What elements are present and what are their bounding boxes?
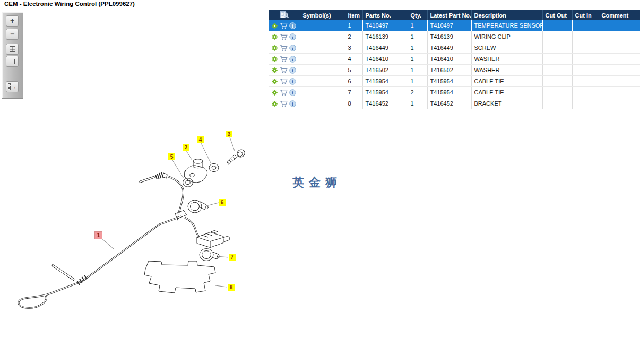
info-icon-button[interactable]: i [289, 45, 296, 51]
callout-7[interactable]: 7 [229, 254, 236, 261]
table-row-item-5[interactable]: i5T4165021T416502WASHER [269, 65, 640, 76]
bracket-part [144, 261, 215, 293]
callout-4[interactable]: 4 [197, 136, 204, 143]
cell-item: 8 [345, 98, 362, 109]
gear-icon [271, 33, 278, 40]
col-header-qty-: Qty. [408, 10, 427, 20]
info-icon: i [289, 78, 296, 85]
cell-cut-out [542, 76, 572, 87]
cell-cut-out [542, 54, 572, 65]
cell-latest-part-no: T416410 [427, 54, 471, 65]
cell-latest-part-no: T416449 [427, 42, 471, 54]
cell-cut-in [572, 31, 599, 42]
cell-latest-part-no: T415954 [427, 87, 471, 98]
cart-icon-button[interactable] [280, 100, 288, 107]
col-header-latest-part-no-: Latest Part No. [427, 10, 471, 20]
parts-table: Symbol(s)ItemParts No.Qty.Latest Part No… [269, 10, 640, 109]
cell-comment [599, 42, 640, 54]
cart-icon-button[interactable] [280, 56, 288, 63]
cell-item: 2 [345, 31, 362, 42]
cell-cut-in [572, 98, 599, 109]
cell-latest-part-no: T416139 [427, 31, 471, 42]
gear-icon-button[interactable] [271, 78, 278, 85]
table-row-item-6[interactable]: i6T4159541T415954CABLE TIE [269, 76, 640, 87]
info-icon-button[interactable]: i [289, 33, 296, 40]
cell-item: 5 [345, 65, 362, 76]
gear-icon-button[interactable] [271, 33, 278, 40]
info-icon: i [289, 56, 296, 63]
gear-icon [271, 22, 278, 29]
table-row-item-3[interactable]: i3T4164491T416449SCREW [269, 42, 640, 54]
cell-qty: 1 [408, 76, 427, 87]
cell-cut-out [542, 42, 572, 54]
cart-icon-button[interactable] [280, 89, 288, 96]
cell-latest-part-no: T416452 [427, 98, 471, 109]
row-actions: i [269, 54, 300, 65]
cell-symbols [300, 42, 345, 54]
cell-parts-no: T410497 [362, 20, 408, 31]
gear-icon [271, 78, 278, 85]
callout-3[interactable]: 3 [226, 131, 232, 137]
gear-icon [271, 45, 278, 51]
table-row-item-1[interactable]: i1T4104971T410497TEMPERATURE SENSOR [269, 20, 640, 31]
callout-5[interactable]: 5 [168, 153, 175, 160]
panel-divider [267, 8, 267, 364]
table-row-item-2[interactable]: i2T4161391T416139WIRING CLIP [269, 31, 640, 42]
cell-qty: 1 [408, 42, 427, 54]
cell-description: CABLE TIE [471, 76, 542, 87]
callout-8[interactable]: 8 [228, 284, 235, 291]
info-icon-button[interactable]: i [289, 56, 296, 63]
gear-icon-button[interactable] [271, 89, 278, 96]
col-header-symbol-s-: Symbol(s) [300, 10, 345, 20]
cart-icon [280, 45, 288, 51]
gear-icon-button[interactable] [271, 56, 278, 63]
callout-1[interactable]: 1 [94, 231, 102, 239]
cell-cut-in [572, 65, 599, 76]
cart-icon-button[interactable] [280, 45, 288, 51]
row-actions: i [269, 42, 300, 54]
parts-search-icon [279, 11, 289, 19]
table-row-item-4[interactable]: i4T4164101T416410WASHER [269, 54, 640, 65]
cell-item: 1 [345, 20, 362, 31]
cart-icon [280, 33, 288, 40]
info-icon-button[interactable]: i [289, 100, 296, 107]
gear-icon-button[interactable] [271, 100, 278, 107]
cell-latest-part-no: T415954 [427, 76, 471, 87]
callout-6[interactable]: 6 [219, 199, 226, 206]
table-row-item-8[interactable]: i8T4164521T416452BRACKET [269, 98, 640, 109]
cell-parts-no: T416452 [362, 98, 408, 109]
info-icon: i [289, 89, 296, 96]
connector-part [197, 231, 230, 248]
info-icon-button[interactable]: i [289, 22, 296, 29]
callout-2[interactable]: 2 [183, 144, 189, 151]
table-row-item-7[interactable]: i7T4159542T415954CABLE TIE [269, 87, 640, 98]
info-icon: i [289, 67, 296, 74]
row-actions: i [269, 65, 300, 76]
gear-icon-button[interactable] [271, 45, 278, 51]
info-icon: i [289, 100, 296, 107]
col-header-item: Item [345, 10, 362, 20]
cart-icon-button[interactable] [280, 78, 288, 85]
cell-item: 3 [345, 42, 362, 54]
cell-parts-no: T416410 [362, 54, 408, 65]
cell-symbols [300, 31, 345, 42]
cell-latest-part-no: T410497 [427, 20, 471, 31]
cell-description: WASHER [471, 54, 542, 65]
cell-symbols [300, 98, 345, 109]
info-icon-button[interactable]: i [289, 67, 296, 74]
washer-parts [183, 163, 219, 187]
wiring-diagram-drawing [0, 0, 267, 364]
cell-parts-no: T416502 [362, 65, 408, 76]
cell-item: 7 [345, 87, 362, 98]
cart-icon-button[interactable] [280, 33, 288, 40]
info-icon-button[interactable]: i [289, 89, 296, 96]
cell-comment [599, 20, 640, 31]
gear-icon [271, 56, 278, 63]
cell-symbols [300, 65, 345, 76]
info-icon-button[interactable]: i [289, 78, 296, 85]
cart-icon-button[interactable] [280, 67, 288, 74]
cart-icon-button[interactable] [280, 22, 288, 29]
cell-qty: 1 [408, 31, 427, 42]
gear-icon-button[interactable] [271, 22, 278, 29]
gear-icon-button[interactable] [271, 67, 278, 74]
